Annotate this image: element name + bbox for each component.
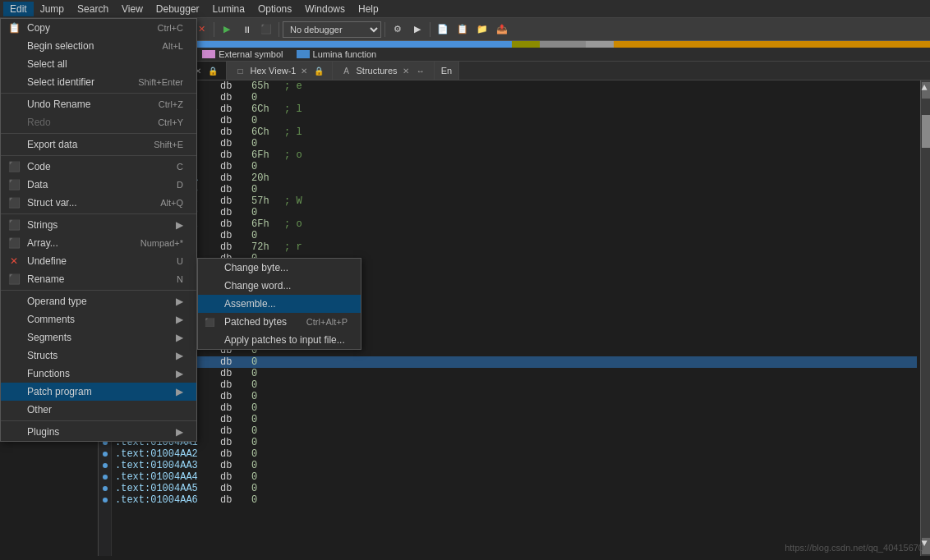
menu-structs[interactable]: Structs ▶ — [1, 347, 196, 365]
menu-redo[interactable]: Redo Ctrl+Y — [1, 113, 196, 131]
tab-structures-close[interactable]: ✕ — [401, 66, 411, 76]
code-line: .text:01004A86db6Ch; l — [115, 126, 917, 138]
toolbar-c1[interactable]: 📄 — [434, 21, 452, 39]
menu-strings[interactable]: ⬛ Strings ▶ — [1, 216, 196, 234]
menu-undefine[interactable]: ✕ Undefine U — [1, 252, 196, 270]
menu-search[interactable]: Search — [71, 2, 115, 16]
toolbar-play[interactable]: ▶ — [218, 21, 236, 39]
tab-ida-lock[interactable]: 🔒 — [206, 64, 219, 77]
menu-select-all-label: Select all — [27, 58, 183, 70]
menu-select-all[interactable]: Select all — [1, 55, 196, 73]
menu-rename-shortcut: N — [177, 274, 183, 284]
toolbar-c2[interactable]: 📋 — [453, 21, 472, 39]
code-line: 04A9Bdb0 — [115, 368, 917, 379]
menu-edit[interactable]: Edit — [3, 2, 34, 16]
tab-en[interactable]: En — [435, 62, 459, 80]
code-line: .text:01004A90db72h; r — [115, 241, 917, 253]
plugins-arrow: ▶ — [176, 426, 183, 438]
struct-icon: ⬛ — [7, 196, 21, 209]
code-line: .text:01004AA3db0 — [115, 460, 917, 471]
toolbar-c3[interactable]: 📁 — [473, 21, 491, 39]
scroll-up[interactable]: ▲ — [922, 82, 930, 99]
menu-data[interactable]: ⬛ Data D — [1, 176, 196, 194]
sep-5 — [1, 290, 196, 291]
scrollbar[interactable]: ▲ ▼ — [920, 80, 930, 556]
menu-debugger[interactable]: Debugger — [150, 2, 206, 16]
comments-arrow: ▶ — [176, 314, 183, 325]
menu-undo-rename[interactable]: Undo Rename Ctrl+Z — [1, 95, 196, 113]
tab-struct-icon[interactable]: A — [339, 64, 352, 77]
tab-struct-expand[interactable]: ↔ — [414, 64, 427, 77]
menu-jump[interactable]: Jump — [34, 2, 71, 16]
menu-select-identifier[interactable]: Select identifier Shift+Enter — [1, 73, 196, 91]
menu-options[interactable]: Options — [251, 2, 298, 16]
menu-code-shortcut: C — [177, 162, 183, 172]
menu-comments[interactable]: Comments ▶ — [1, 310, 196, 328]
menu-copy[interactable]: 📋 Copy Ctrl+C — [1, 19, 196, 37]
menu-windows[interactable]: Windows — [298, 2, 352, 16]
menu-functions[interactable]: Functions ▶ — [1, 365, 196, 383]
code-line: .text:01004A96db0 — [115, 310, 917, 322]
sep-2 — [1, 133, 196, 134]
code-line: .text:01004A8Cdb57h; W — [115, 195, 917, 207]
code-line: 04A9Fdb0 — [115, 414, 917, 425]
toolbar-pause[interactable]: ⏸ — [237, 21, 256, 39]
menu-code[interactable]: ⬛ Code C — [1, 158, 196, 176]
menu-segments[interactable]: Segments ▶ — [1, 328, 196, 347]
code-content: .text:01004A82db65h; e .text:01004A83db0… — [112, 80, 920, 556]
menu-data-label: Data — [27, 179, 163, 190]
menu-struct-var-label: Struct var... — [27, 197, 147, 209]
menu-strings-label: Strings — [27, 219, 173, 231]
menu-undo-rename-shortcut: Ctrl+Z — [159, 99, 183, 109]
tab-hex-view-label: Hex View-1 — [250, 66, 296, 76]
code-line: .text:01004A91db0 — [115, 253, 917, 264]
code-line: .text:01004A83db0 — [115, 92, 917, 103]
toolbar-settings[interactable]: ⚙ — [389, 21, 407, 39]
menu-operand-type[interactable]: Operand type ▶ — [1, 292, 196, 310]
menu-view[interactable]: View — [115, 2, 150, 16]
menu-plugins-label: Plugins — [27, 426, 173, 438]
menu-structs-label: Structs — [27, 350, 173, 361]
menu-struct-var[interactable]: ⬛ Struct var... Alt+Q — [1, 194, 196, 212]
tab-structures[interactable]: A Structures ✕ ↔ — [333, 62, 434, 80]
tab-hex-expand[interactable]: 🔒 — [312, 64, 325, 77]
menu-copy-shortcut: Ctrl+C — [158, 23, 183, 33]
sep-1 — [1, 93, 196, 94]
toolbar-stop2[interactable]: ⬛ — [257, 21, 275, 39]
sep-6 — [1, 420, 196, 421]
code-line: .text:01004A85db0 — [115, 115, 917, 126]
menu-plugins[interactable]: Plugins ▶ — [1, 423, 196, 441]
menu-help[interactable]: Help — [352, 2, 385, 16]
code-line: .text:01004A88db6Fh; o — [115, 149, 917, 161]
tab-hex-restore[interactable]: □ — [233, 64, 246, 77]
toolbar-run[interactable]: ▶ — [408, 21, 426, 39]
menu-undefine-shortcut: U — [177, 256, 183, 266]
menu-redo-shortcut: Ctrl+Y — [158, 117, 183, 127]
menubar: Edit Jump Search View Debugger Lumina Op… — [0, 0, 930, 18]
code-line: 04A99db0 — [115, 345, 917, 356]
color-seg-2 — [512, 41, 540, 48]
rename-icon: ⬛ — [7, 273, 21, 286]
toolbar-c4[interactable]: 📤 — [493, 21, 511, 39]
menu-other[interactable]: Other — [1, 401, 196, 419]
scroll-thumb[interactable] — [922, 115, 930, 148]
menu-begin-selection[interactable]: Begin selection Alt+L — [1, 37, 196, 55]
menu-patch-program[interactable]: Patch program ▶ — [1, 383, 196, 401]
menu-select-identifier-label: Select identifier — [27, 76, 125, 88]
patch-program-arrow: ▶ — [176, 386, 183, 397]
array-icon: ⬛ — [7, 236, 21, 250]
menu-array[interactable]: ⬛ Array... Numpad+* — [1, 234, 196, 252]
menu-export-data[interactable]: Export data Shift+E — [1, 135, 196, 154]
menu-struct-var-shortcut: Alt+Q — [160, 198, 183, 208]
tab-hex-view-close[interactable]: ✕ — [299, 66, 309, 76]
menu-lumina[interactable]: Lumina — [206, 2, 251, 16]
menu-begin-selection-shortcut: Alt+L — [163, 41, 183, 51]
code-line: .text:01004A95db0 — [115, 299, 917, 310]
menu-other-label: Other — [27, 404, 183, 415]
strings-arrow: ▶ — [176, 219, 183, 231]
structs-arrow: ▶ — [176, 350, 183, 361]
debugger-select[interactable]: No debugger — [283, 21, 381, 38]
legend-external: External symbol — [202, 49, 283, 59]
menu-rename[interactable]: ⬛ Rename N — [1, 270, 196, 288]
tab-hex-view[interactable]: □ Hex View-1 ✕ 🔒 — [227, 62, 333, 80]
